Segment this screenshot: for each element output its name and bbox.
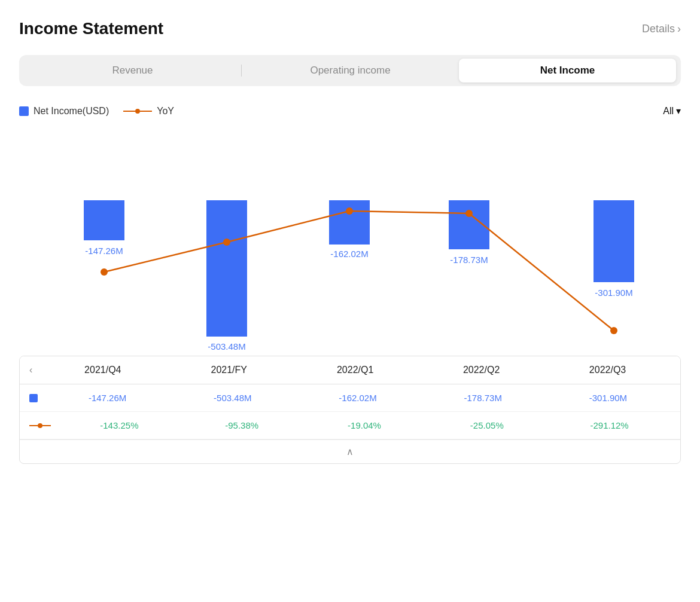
label-2022q3: -301.90M [595, 288, 632, 298]
legend-line-icon [123, 109, 152, 114]
legend-bar-icon [19, 106, 29, 116]
chart-svg: -147.26M -503.48M -162.02M -178.73M -301… [19, 129, 681, 356]
yoy-dot-2022q3 [610, 327, 617, 334]
page-header: Income Statement Details › [19, 19, 681, 38]
filter-all-label: All [663, 106, 674, 117]
label-2022q1: -162.02M [330, 249, 368, 259]
legend-dash2 [140, 111, 152, 112]
row-dash-right [42, 425, 51, 426]
row-bar-icon [29, 394, 38, 402]
data-table: ‹ 2021/Q4 2021/FY 2022/Q1 2022/Q2 2022/Q… [19, 356, 681, 464]
cell-bar-2022q1: -162.02M [295, 393, 420, 403]
col-header-2022q3: 2022/Q3 [544, 365, 671, 375]
label-2021fy: -503.48M [208, 341, 245, 352]
page-title: Income Statement [19, 19, 163, 38]
yoy-dot-2021q4 [101, 268, 108, 276]
tab-bar: Revenue Operating income Net Income [19, 55, 681, 86]
cell-line-2022q3: -291.12% [548, 420, 671, 430]
tab-net-income[interactable]: Net Income [459, 59, 676, 82]
details-link[interactable]: Details › [642, 23, 681, 35]
table-prev-button[interactable]: ‹ [29, 365, 39, 375]
legend-dash [123, 111, 135, 112]
cell-line-2022q1: -19.04% [303, 420, 426, 430]
filter-all[interactable]: All ▾ [663, 105, 681, 117]
row-bar-cells: -147.26M -503.48M -162.02M -178.73M -301… [45, 393, 671, 403]
legend-row: Net Income(USD) YoY All ▾ [19, 105, 681, 117]
table-footer: ∧ [20, 439, 680, 463]
bar-2021q4 [84, 200, 124, 240]
table-column-headers: 2021/Q4 2021/FY 2022/Q1 2022/Q2 2022/Q3 [39, 365, 671, 375]
legend-bar-label: Net Income(USD) [34, 106, 109, 117]
col-header-2022q1: 2022/Q1 [292, 365, 418, 375]
cell-line-2021q4: -143.25% [58, 420, 181, 430]
details-label: Details [642, 23, 675, 35]
chart-area: -147.26M -503.48M -162.02M -178.73M -301… [19, 129, 681, 356]
legend-dot [135, 109, 140, 114]
cell-line-2021fy: -95.38% [181, 420, 303, 430]
row-dot [38, 423, 42, 428]
row-line-icon [29, 423, 51, 428]
legend-bar: Net Income(USD) [19, 106, 109, 117]
tab-revenue[interactable]: Revenue [24, 59, 241, 82]
cell-bar-2021q4: -147.26M [45, 393, 170, 403]
table-header: ‹ 2021/Q4 2021/FY 2022/Q1 2022/Q2 2022/Q… [20, 356, 680, 384]
legend-line: YoY [123, 106, 174, 117]
tab-operating-income[interactable]: Operating income [242, 59, 459, 82]
legend-line-label: YoY [157, 106, 174, 117]
row-line-cells: -143.25% -95.38% -19.04% -25.05% -291.12… [58, 420, 671, 430]
label-2022q2: -178.73M [450, 255, 488, 265]
label-2021q4: -147.26M [85, 246, 123, 256]
row-dash-left [29, 425, 38, 426]
yoy-dot-2022q2 [465, 210, 473, 217]
yoy-dot-2021fy [223, 239, 230, 246]
bar-2022q3 [594, 200, 634, 282]
legend-items: Net Income(USD) YoY [19, 106, 174, 117]
cell-line-2022q2: -25.05% [425, 420, 548, 430]
bar-2021fy [206, 200, 247, 337]
cell-bar-2022q2: -178.73M [421, 393, 546, 403]
details-chevron: › [677, 23, 681, 35]
collapse-button[interactable]: ∧ [346, 446, 354, 457]
table-row-bar: -147.26M -503.48M -162.02M -178.73M -301… [20, 384, 680, 412]
cell-bar-2021fy: -503.48M [170, 393, 295, 403]
filter-chevron-icon: ▾ [676, 105, 681, 117]
col-header-2021q4: 2021/Q4 [39, 365, 166, 375]
cell-bar-2022q3: -301.90M [546, 393, 671, 403]
col-header-2021fy: 2021/FY [166, 365, 292, 375]
table-row-line: -143.25% -95.38% -19.04% -25.05% -291.12… [20, 412, 680, 439]
col-header-2022q2: 2022/Q2 [418, 365, 544, 375]
bar-2022q1 [329, 200, 370, 245]
yoy-dot-2022q1 [346, 207, 353, 215]
